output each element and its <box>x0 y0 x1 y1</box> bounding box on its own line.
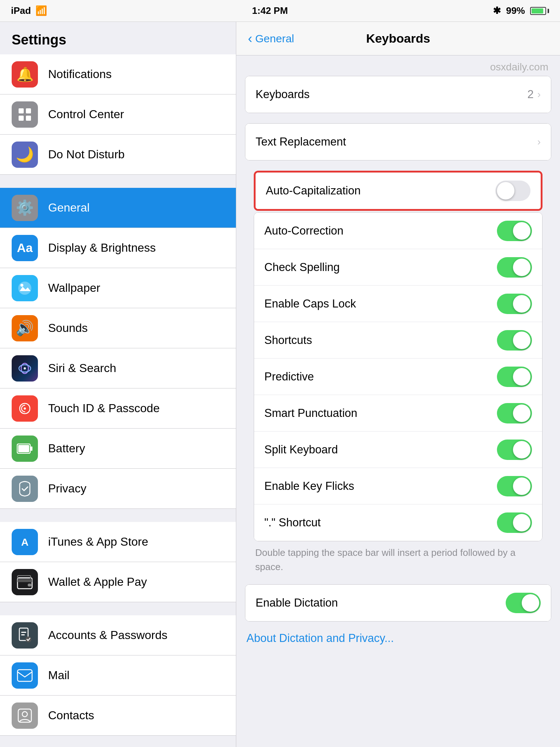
enable-key-flicks-toggle[interactable] <box>497 476 532 496</box>
svg-rect-23 <box>18 670 32 681</box>
sidebar-item-battery[interactable]: Battery <box>0 429 236 469</box>
auto-cap-row[interactable]: Auto-Capitalization <box>256 173 541 209</box>
contacts-label: Contacts <box>48 709 224 722</box>
dnd-icon: 🌙 <box>12 142 38 168</box>
enable-caps-lock-label: Enable Caps Lock <box>264 297 497 310</box>
notifications-icon: 🔔 <box>12 61 38 88</box>
sidebar-title: Settings <box>0 22 236 54</box>
enable-key-flicks-label: Enable Key Flicks <box>264 480 497 493</box>
predictive-label: Predictive <box>264 370 497 383</box>
period-shortcut-toggle[interactable] <box>497 512 532 533</box>
svg-rect-21 <box>21 634 25 635</box>
period-shortcut-label: "." Shortcut <box>264 516 497 529</box>
sidebar-item-general[interactable]: ⚙️ General <box>0 188 236 228</box>
general-label: General <box>48 201 224 214</box>
sidebar-item-notifications[interactable]: 🔔 Notifications <box>0 54 236 94</box>
sidebar-group-4: Accounts & Passwords Mail <box>0 615 236 736</box>
auto-correction-label: Auto-Correction <box>264 224 497 237</box>
shortcuts-row[interactable]: Shortcuts <box>254 322 542 359</box>
enable-caps-lock-row[interactable]: Enable Caps Lock <box>254 286 542 322</box>
check-spelling-toggle[interactable] <box>497 257 532 278</box>
watermark: osxdaily.com <box>236 55 560 76</box>
sidebar-item-itunes[interactable]: A iTunes & App Store <box>0 522 236 562</box>
smart-punctuation-toggle[interactable] <box>497 403 532 423</box>
svg-rect-11 <box>31 446 32 451</box>
sidebar-item-mail[interactable]: Mail <box>0 655 236 696</box>
auto-cap-toggle[interactable] <box>495 181 530 201</box>
battery-label: Battery <box>48 442 224 455</box>
sidebar-item-accounts[interactable]: Accounts & Passwords <box>0 615 236 655</box>
detail-panel: ‹ General Keyboards osxdaily.com Keyboar… <box>236 22 560 747</box>
sidebar-item-privacy[interactable]: Privacy <box>0 469 236 509</box>
privacy-label: Privacy <box>48 482 224 495</box>
accounts-label: Accounts & Passwords <box>48 628 224 642</box>
svg-rect-0 <box>19 108 24 113</box>
enable-caps-lock-toggle[interactable] <box>497 294 532 314</box>
enable-dictation-toggle[interactable] <box>506 593 541 613</box>
wallpaper-icon <box>12 275 38 301</box>
detail-title: Keyboards <box>366 31 430 46</box>
period-shortcut-row[interactable]: "." Shortcut <box>254 504 542 541</box>
back-label: General <box>255 32 294 45</box>
svg-rect-17 <box>28 584 31 587</box>
predictive-row[interactable]: Predictive <box>254 359 542 395</box>
svg-rect-3 <box>26 116 31 121</box>
predictive-toggle[interactable] <box>497 367 532 387</box>
sidebar-item-sounds[interactable]: 🔊 Sounds <box>0 308 236 348</box>
svg-point-8 <box>24 367 26 369</box>
sidebar-item-siri[interactable]: Siri & Search <box>0 348 236 388</box>
svg-rect-1 <box>26 108 31 113</box>
status-left: iPad 📶 <box>11 5 47 16</box>
main-container: Settings 🔔 Notifications Contro <box>0 22 560 747</box>
siri-icon <box>12 355 38 382</box>
wallet-label: Wallet & Apple Pay <box>48 575 224 589</box>
shortcuts-label: Shortcuts <box>264 334 497 347</box>
mail-icon <box>12 662 38 689</box>
svg-rect-12 <box>18 445 29 452</box>
display-label: Display & Brightness <box>48 241 224 255</box>
display-icon: Aа <box>12 235 38 261</box>
svg-point-4 <box>18 282 31 295</box>
itunes-label: iTunes & App Store <box>48 535 224 549</box>
auto-correction-toggle[interactable] <box>497 221 532 241</box>
sidebar-item-wallpaper[interactable]: Wallpaper <box>0 268 236 308</box>
about-dictation-link[interactable]: About Dictation and Privacy... <box>236 632 560 652</box>
svg-rect-16 <box>18 579 32 582</box>
sidebar-group-2: ⚙️ General Aа Display & Brightness <box>0 188 236 509</box>
touchid-icon <box>12 395 38 422</box>
svg-point-5 <box>20 284 23 287</box>
svg-rect-2 <box>19 116 24 121</box>
status-right: ✱ 99% <box>493 5 549 16</box>
sidebar-group-3: A iTunes & App Store Wallet & Apple Pay <box>0 522 236 602</box>
check-spelling-row[interactable]: Check Spelling <box>254 249 542 286</box>
touchid-label: Touch ID & Passcode <box>48 402 224 415</box>
enable-dictation-row[interactable]: Enable Dictation <box>245 585 551 621</box>
wallet-icon <box>12 569 38 595</box>
battery-percent: 99% <box>506 5 525 16</box>
enable-key-flicks-row[interactable]: Enable Key Flicks <box>254 468 542 504</box>
back-button[interactable]: ‹ General <box>248 32 294 45</box>
sidebar-item-display[interactable]: Aа Display & Brightness <box>0 228 236 268</box>
control-center-label: Control Center <box>48 108 224 121</box>
auto-correction-row[interactable]: Auto-Correction <box>254 213 542 249</box>
text-replacement-chevron-icon: › <box>537 136 541 148</box>
text-replacement-group: Text Replacement › <box>245 123 551 160</box>
ipad-label: iPad <box>11 5 31 16</box>
battery-icon <box>530 7 549 15</box>
text-replacement-row[interactable]: Text Replacement › <box>245 124 551 160</box>
wifi-icon: 📶 <box>35 5 47 16</box>
svg-rect-20 <box>21 632 26 633</box>
sidebar-item-do-not-disturb[interactable]: 🌙 Do Not Disturb <box>0 135 236 175</box>
text-replacement-label: Text Replacement <box>256 135 537 148</box>
shortcuts-toggle[interactable] <box>497 330 532 351</box>
split-keyboard-row[interactable]: Split Keyboard <box>254 431 542 468</box>
sidebar-item-contacts[interactable]: Contacts <box>0 696 236 736</box>
sidebar-item-wallet[interactable]: Wallet & Apple Pay <box>0 562 236 602</box>
smart-punctuation-row[interactable]: Smart Punctuation <box>254 395 542 431</box>
smart-punctuation-label: Smart Punctuation <box>264 407 497 420</box>
keyboards-row[interactable]: Keyboards 2 › <box>245 76 551 113</box>
enable-dictation-label: Enable Dictation <box>256 596 506 609</box>
sidebar-item-touchid[interactable]: Touch ID & Passcode <box>0 388 236 429</box>
split-keyboard-toggle[interactable] <box>497 440 532 460</box>
sidebar-item-control-center[interactable]: Control Center <box>0 94 236 135</box>
